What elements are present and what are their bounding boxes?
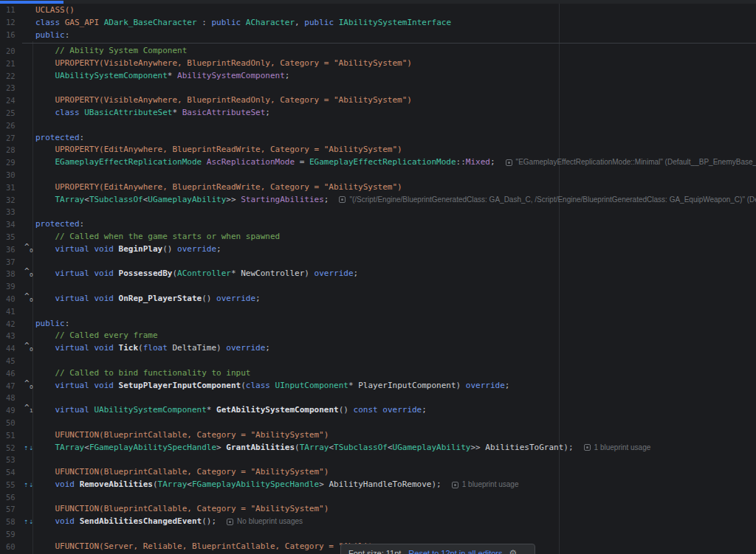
code-line[interactable]: 53 [0, 454, 756, 466]
line-number[interactable]: 20 [0, 45, 22, 58]
line-number[interactable]: 56 [0, 491, 22, 504]
line-number[interactable]: 47 [0, 380, 22, 392]
line-number[interactable]: 42 [0, 318, 22, 330]
code-line[interactable]: 28 UPROPERTY(EditAnywhere, BlueprintRead… [0, 144, 756, 156]
line-number[interactable]: 39 [0, 280, 22, 293]
code-line[interactable]: 22 UAbilitySystemComponent* AbilitySyste… [0, 70, 756, 83]
line-number[interactable]: 35 [0, 231, 22, 243]
code-line[interactable]: 47^o virtual void SetupPlayerInputCompon… [0, 380, 756, 392]
line-number[interactable]: 11 [0, 4, 22, 16]
code-line[interactable]: 30 [0, 169, 756, 181]
code-area[interactable]: 11UCLASS()12class GAS_API ADark_BaseChar… [0, 4, 756, 553]
override-method-icon[interactable]: ^o [22, 293, 35, 305]
code-line[interactable]: 24 UPROPERTY(VisibleAnywhere, BlueprintR… [0, 94, 756, 107]
line-number[interactable]: 54 [0, 466, 22, 479]
code-line[interactable]: 39 [0, 280, 756, 293]
line-number[interactable]: 38 [0, 268, 22, 280]
code-line[interactable]: 58⇡⇣ void SendAbilitiesChangedEvent();No… [0, 516, 756, 528]
code-line[interactable]: 20 // Ability System Component [0, 45, 756, 58]
line-number[interactable]: 31 [0, 181, 22, 194]
code-line[interactable]: 56 [0, 491, 756, 504]
line-number[interactable]: 12 [0, 16, 22, 29]
line-number[interactable]: 21 [0, 58, 22, 70]
code-line[interactable]: 57 UFUNCTION(BlueprintCallable, Category… [0, 503, 756, 516]
line-number[interactable]: 23 [0, 82, 22, 94]
code-line[interactable]: 16public: [0, 29, 756, 41]
code-line[interactable]: 27protected: [0, 132, 756, 145]
line-number[interactable]: 28 [0, 144, 22, 156]
code-line[interactable]: 31 UPROPERTY(EditAnywhere, BlueprintRead… [0, 181, 756, 194]
line-number[interactable]: 29 [0, 156, 22, 169]
code-line[interactable]: 42public: [0, 318, 756, 330]
line-number[interactable]: 33 [0, 206, 22, 218]
override-method-icon[interactable]: ^o [22, 342, 35, 355]
blueprint-usage-icon[interactable]: ⇡⇣ [22, 442, 35, 454]
inlay-hint[interactable]: 1 blueprint usage [584, 442, 651, 454]
code-line[interactable]: 51 UFUNCTION(BlueprintCallable, Category… [0, 429, 756, 442]
override-method-icon[interactable]: ^o [22, 243, 35, 256]
line-number[interactable]: 60 [0, 541, 22, 553]
line-number[interactable]: 58 [0, 516, 22, 528]
code-line[interactable]: 33 [0, 206, 756, 218]
code-line[interactable]: 55⇡⇣ void RemoveAbilities(TArray<FGamepl… [0, 479, 756, 491]
override-method-icon[interactable]: ^o [22, 268, 35, 280]
code-line[interactable]: 52⇡⇣ TArray<FGameplayAbilitySpecHandle> … [0, 442, 756, 454]
line-number[interactable]: 49 [0, 404, 22, 417]
line-number[interactable]: 24 [0, 94, 22, 107]
line-number[interactable]: 57 [0, 503, 22, 516]
line-number[interactable]: 36 [0, 243, 22, 256]
code-line[interactable]: 46 // Called to bind functionality to in… [0, 367, 756, 380]
inlay-hint[interactable]: "EGameplayEffectReplicationMode::Minimal… [506, 156, 756, 169]
line-number[interactable]: 59 [0, 528, 22, 541]
code-line[interactable]: 34protected: [0, 218, 756, 231]
code-line[interactable]: 40^o virtual void OnRep_PlayerState() ov… [0, 293, 756, 305]
line-number[interactable]: 46 [0, 367, 22, 380]
reset-font-size-link[interactable]: Reset to 12pt in all editors [408, 549, 502, 554]
code-line[interactable]: 44^o virtual void Tick(float DeltaTime) … [0, 342, 756, 355]
line-number[interactable]: 34 [0, 218, 22, 231]
code-line[interactable]: 25 class UBasicAttributeSet* BasicAttrib… [0, 107, 756, 120]
code-line[interactable]: 38^o virtual void PossessedBy(AControlle… [0, 268, 756, 280]
line-number[interactable]: 41 [0, 305, 22, 318]
code-line[interactable]: 36^o virtual void BeginPlay() override; [0, 243, 756, 256]
implement-method-icon[interactable]: ^ı [22, 404, 35, 417]
override-method-icon[interactable]: ^o [22, 380, 35, 392]
code-line[interactable]: 23 [0, 82, 756, 94]
line-number[interactable]: 43 [0, 330, 22, 342]
line-number[interactable]: 52 [0, 442, 22, 454]
line-number[interactable]: 25 [0, 107, 22, 120]
code-line[interactable]: 26 [0, 120, 756, 132]
code-line[interactable]: 54 UFUNCTION(BlueprintCallable, Category… [0, 466, 756, 479]
line-number[interactable]: 26 [0, 120, 22, 132]
line-number[interactable]: 30 [0, 169, 22, 181]
fold-separator[interactable] [0, 41, 756, 45]
code-line[interactable]: 59 [0, 528, 756, 541]
inlay-hint[interactable]: 1 blueprint usage [452, 479, 519, 491]
line-number[interactable]: 37 [0, 256, 22, 269]
code-line[interactable]: 43 // Called every frame [0, 330, 756, 342]
code-line[interactable]: 12class GAS_API ADark_BaseCharacter : pu… [0, 16, 756, 29]
code-line[interactable]: 35 // Called when the game starts or whe… [0, 231, 756, 243]
code-line[interactable]: 45 [0, 355, 756, 367]
line-number[interactable]: 27 [0, 132, 22, 145]
code-line[interactable]: 11UCLASS() [0, 4, 756, 16]
code-line[interactable]: 37 [0, 256, 756, 269]
inlay-hint[interactable]: "(/Script/Engine/BlueprintGeneratedClass… [339, 194, 756, 207]
inlay-hint[interactable]: No blueprint usages [227, 516, 303, 528]
code-line[interactable]: 49^ı virtual UAbilitySystemComponent* Ge… [0, 404, 756, 417]
line-number[interactable]: 53 [0, 454, 22, 466]
line-number[interactable]: 55 [0, 479, 22, 491]
code-line[interactable]: 29 EGameplayEffectReplicationMode AscRep… [0, 156, 756, 169]
blueprint-usage-icon[interactable]: ⇡⇣ [22, 479, 35, 491]
line-number[interactable]: 45 [0, 355, 22, 367]
code-line[interactable]: 32 TArray<TSubclassOf<UGameplayAbility>>… [0, 194, 756, 207]
line-number[interactable]: 50 [0, 417, 22, 429]
code-line[interactable]: 41 [0, 305, 756, 318]
code-line[interactable]: 50 [0, 417, 756, 429]
line-number[interactable]: 22 [0, 70, 22, 83]
line-number[interactable]: 48 [0, 392, 22, 404]
line-number[interactable]: 32 [0, 194, 22, 207]
code-line[interactable]: 48 [0, 392, 756, 404]
code-line[interactable]: 21 UPROPERTY(VisibleAnywhere, BlueprintR… [0, 58, 756, 70]
gear-icon[interactable]: ⚙ [509, 549, 518, 554]
